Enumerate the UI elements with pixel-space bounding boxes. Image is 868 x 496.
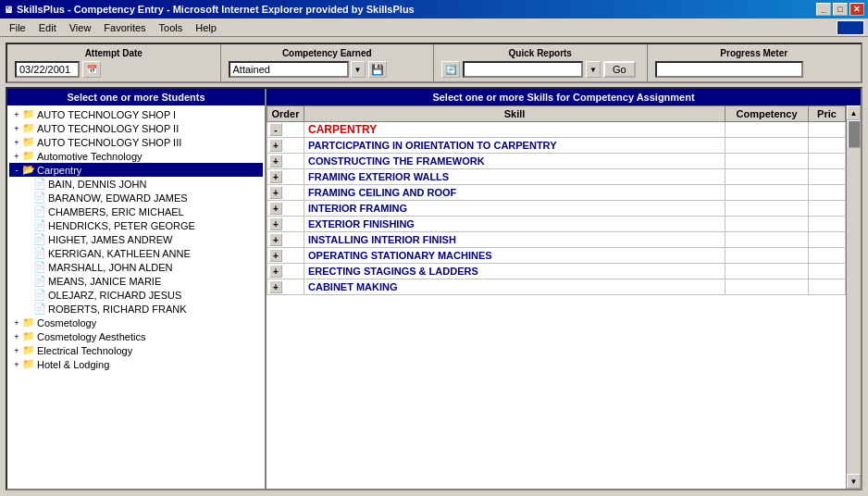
competency-dropdown-display[interactable]: Attained (229, 61, 349, 78)
tree-item-bain[interactable]: 📄 BAIN, DENNIS JOHN (20, 177, 263, 191)
close-button[interactable]: ✕ (849, 3, 864, 16)
tree-label: AUTO TECHNOLOGY SHOP III (37, 137, 181, 148)
skill-competency-cell (725, 232, 809, 248)
tree-item-baranow[interactable]: 📄 BARANOW, EDWARD JAMES (20, 191, 263, 205)
tree-item-marshall[interactable]: 📄 MARSHALL, JOHN ALDEN (20, 260, 263, 274)
tree-item-hotel[interactable]: + 📁 Hotel & Lodging (9, 357, 263, 371)
skill-price-cell (809, 248, 846, 264)
tree-item-olejarz[interactable]: 📄 OLEJARZ, RICHARD JESUS (20, 288, 263, 302)
skill-name: EXTERIOR FINISHING (308, 218, 415, 229)
tree-item-electrical[interactable]: + 📁 Electrical Technology (9, 343, 263, 357)
skill-name-cell: OPERATING STATIONARY MACHINES (304, 248, 725, 264)
expand-icon: + (11, 110, 22, 119)
scroll-up-button[interactable]: ▲ (847, 105, 861, 120)
go-button[interactable]: Go (603, 61, 636, 78)
skill-order-cell: + (267, 264, 304, 279)
minimize-button[interactable]: _ (816, 3, 831, 16)
minus-button[interactable]: - (269, 123, 282, 136)
table-row[interactable]: + ERECTING STAGINGS & LADDERS (267, 264, 846, 279)
tree-item-hendricks[interactable]: 📄 HENDRICKS, PETER GEORGE (20, 218, 263, 232)
quick-reports-label: Quick Reports (441, 48, 639, 58)
plus-button[interactable]: + (269, 249, 282, 262)
tree-item-auto1[interactable]: + 📁 AUTO TECHNOLOGY SHOP I (9, 107, 263, 121)
title-bar: 🖥 SkillsPlus - Competency Entry - Micros… (0, 0, 868, 19)
progress-meter-label: Progress Meter (655, 48, 854, 58)
reports-dropdown-arrow[interactable]: ▼ (586, 61, 601, 78)
students-tree[interactable]: + 📁 AUTO TECHNOLOGY SHOP I + 📁 AUTO TECH… (7, 105, 265, 489)
tree-item-chambers[interactable]: 📄 CHAMBERS, ERIC MICHAEL (20, 205, 263, 218)
skill-name: CONSTRUCTING THE FRAMEWORK (308, 155, 485, 167)
skill-name: CABINET MAKING (308, 281, 398, 292)
plus-button[interactable]: + (269, 233, 282, 246)
plus-button[interactable]: + (269, 265, 282, 278)
table-row[interactable]: - CARPENTRY (267, 122, 846, 138)
skill-name: PARTCICPATING IN ORIENTATION TO CARPENTR… (308, 140, 556, 151)
reports-dropdown-display[interactable] (463, 61, 583, 78)
calendar-button[interactable]: 📅 (82, 61, 101, 78)
table-row[interactable]: + EXTERIOR FINISHING (267, 217, 846, 232)
tree-item-carpentry[interactable]: - 📂 Carpentry (9, 163, 263, 177)
tree-item-cosmo-aesthetics[interactable]: + 📁 Cosmetology Aesthetics (9, 329, 263, 343)
attempt-date-section: Attempt Date 📅 (7, 44, 221, 81)
table-row[interactable]: + INSTALLING INTERIOR FINISH (267, 232, 846, 248)
skill-competency-cell (725, 201, 809, 217)
scroll-thumb[interactable] (848, 120, 861, 148)
skill-name-cell: ERECTING STAGINGS & LADDERS (304, 264, 725, 279)
refresh-button[interactable]: 🔄 (441, 61, 460, 78)
plus-button[interactable]: + (269, 202, 282, 215)
plus-button[interactable]: + (269, 139, 282, 152)
table-row[interactable]: + FRAMING EXTERIOR WALLS (267, 169, 846, 185)
skill-order-cell: + (267, 154, 304, 169)
scroll-down-button[interactable]: ▼ (847, 474, 861, 489)
table-row[interactable]: + INTERIOR FRAMING (267, 201, 846, 217)
menu-edit[interactable]: Edit (33, 21, 62, 34)
table-row[interactable]: + PARTCICPATING IN ORIENTATION TO CARPEN… (267, 138, 846, 154)
save-button[interactable]: 💾 (368, 61, 387, 78)
skills-table-container[interactable]: Order Skill Competency Pric - CARPENTRY (267, 105, 846, 489)
col-header-skill: Skill (304, 106, 725, 122)
plus-button[interactable]: + (269, 217, 282, 230)
tree-item-auto3[interactable]: + 📁 AUTO TECHNOLOGY SHOP III (9, 135, 263, 149)
table-row[interactable]: + FRAMING CEILING AND ROOF (267, 185, 846, 201)
skill-order-cell: + (267, 201, 304, 217)
competency-dropdown-arrow[interactable]: ▼ (351, 61, 366, 78)
plus-button[interactable]: + (269, 186, 282, 199)
window-title: SkillsPlus - Competency Entry - Microsof… (17, 4, 415, 15)
tree-item-auto2[interactable]: + 📁 AUTO TECHNOLOGY SHOP II (9, 121, 263, 135)
maximize-button[interactable]: □ (833, 3, 848, 16)
table-row[interactable]: + CONSTRUCTING THE FRAMEWORK (267, 154, 846, 169)
tree-item-automotive[interactable]: + 📁 Automotive Technology (9, 149, 263, 163)
tree-item-means[interactable]: 📄 MEANS, JANICE MARIE (20, 274, 263, 288)
menu-help[interactable]: Help (190, 21, 222, 34)
skill-order-cell: + (267, 169, 304, 185)
skill-competency-cell (725, 185, 809, 201)
tree-label: CHAMBERS, ERIC MICHAEL (48, 206, 184, 217)
skill-name: FRAMING EXTERIOR WALLS (308, 171, 449, 182)
table-row[interactable]: + OPERATING STATIONARY MACHINES (267, 248, 846, 264)
menu-view[interactable]: View (64, 21, 97, 34)
skill-name: FRAMING CEILING AND ROOF (308, 187, 456, 198)
skill-name-cell: INTERIOR FRAMING (304, 201, 725, 217)
menu-favorites[interactable]: Favorites (98, 21, 151, 34)
tree-label: MEANS, JANICE MARIE (48, 276, 161, 287)
tree-item-roberts[interactable]: 📄 ROBERTS, RICHARD FRANK (20, 302, 263, 316)
table-row[interactable]: + CABINET MAKING (267, 279, 846, 295)
plus-button[interactable]: + (269, 170, 282, 183)
tree-item-kerrigan[interactable]: 📄 KERRIGAN, KATHLEEN ANNE (20, 246, 263, 260)
skill-price-cell (809, 122, 846, 138)
skill-order-cell: - (267, 122, 304, 138)
plus-button[interactable]: + (269, 280, 282, 293)
plus-button[interactable]: + (269, 155, 282, 167)
tree-item-cosmetology[interactable]: + 📁 Cosmetology (9, 316, 263, 329)
progress-meter-bar (655, 61, 803, 78)
menu-file[interactable]: File (4, 21, 31, 34)
menu-tools[interactable]: Tools (154, 21, 189, 34)
skill-competency-cell (725, 138, 809, 154)
tree-label: BARANOW, EDWARD JAMES (48, 192, 188, 204)
skill-competency-cell (725, 217, 809, 232)
windows-logo (837, 20, 864, 35)
tree-item-highet[interactable]: 📄 HIGHET, JAMES ANDREW (20, 232, 263, 246)
vertical-scrollbar[interactable]: ▲ ▼ (846, 105, 861, 489)
attempt-date-input[interactable] (15, 61, 80, 78)
col-header-order: Order (267, 106, 304, 122)
